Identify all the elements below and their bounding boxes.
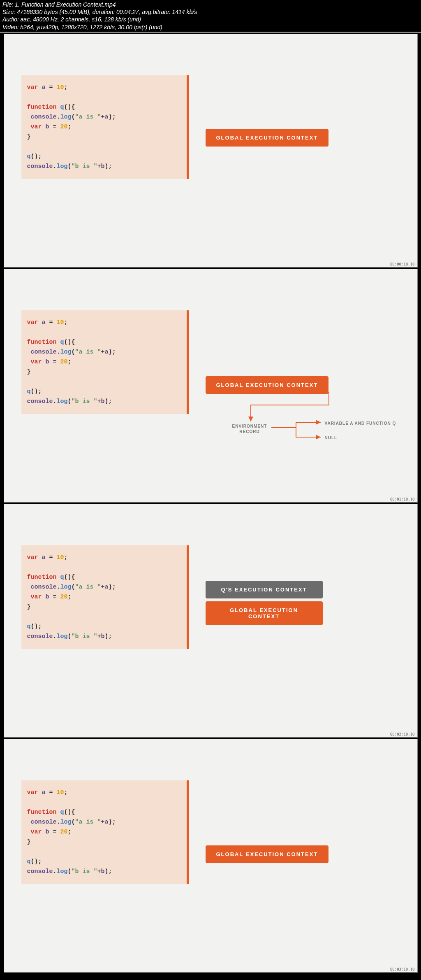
size-line: Size: 47188390 bytes (45.00 MiB), durati… [2, 8, 419, 16]
video-frame-3: var a = 10; function q(){ console.log("a… [4, 504, 418, 738]
timestamp: 00:02:18.10 [390, 732, 415, 736]
code-panel: var a = 10; function q(){ console.log("a… [21, 75, 187, 179]
global-context-label: GLOBAL EXECUTION CONTEXT [206, 601, 323, 625]
video-frame-2: var a = 10; function q(){ console.log("a… [4, 269, 418, 503]
file-line: File: 1. Function and Execution Context.… [2, 1, 419, 8]
video-line: Video: h264, yuv420p, 1280x720, 1272 kb/… [2, 23, 419, 31]
global-context-label: GLOBAL EXECUTION CONTEXT [206, 845, 329, 863]
timestamp: 00:01:18.10 [390, 497, 415, 501]
code-block: var a = 10; function q(){ console.log("a… [27, 788, 181, 877]
environment-record-label: ENVIRONMENT RECORD [232, 424, 267, 434]
audio-line: Audio: aac, 48000 Hz, 2 channels, s16, 1… [2, 16, 419, 23]
media-info-header: File: 1. Function and Execution Context.… [0, 0, 421, 33]
code-block: var a = 10; function q(){ console.log("a… [27, 553, 181, 642]
video-frame-1: var a = 10; function q(){ console.log("a… [4, 34, 418, 268]
global-context-label: GLOBAL EXECUTION CONTEXT [206, 129, 329, 147]
code-block: var a = 10; function q(){ console.log("a… [27, 83, 181, 172]
code-panel: var a = 10; function q(){ console.log("a… [21, 545, 187, 649]
timestamp: 00:03:18.10 [390, 967, 415, 971]
null-label: NULL [325, 435, 338, 440]
video-frame-4: var a = 10; function q(){ console.log("a… [4, 739, 418, 973]
timestamp: 00:00:18.10 [390, 262, 415, 266]
code-panel: var a = 10; function q(){ console.log("a… [21, 780, 187, 884]
global-context-label: GLOBAL EXECUTION CONTEXT [206, 376, 329, 394]
q-context-label: Q'S EXECUTION CONTEXT [206, 581, 323, 598]
code-panel: var a = 10; function q(){ console.log("a… [21, 310, 187, 414]
code-block: var a = 10; function q(){ console.log("a… [27, 318, 181, 407]
variable-function-label: VARIABLE A AND FUNCTION Q [325, 421, 396, 426]
